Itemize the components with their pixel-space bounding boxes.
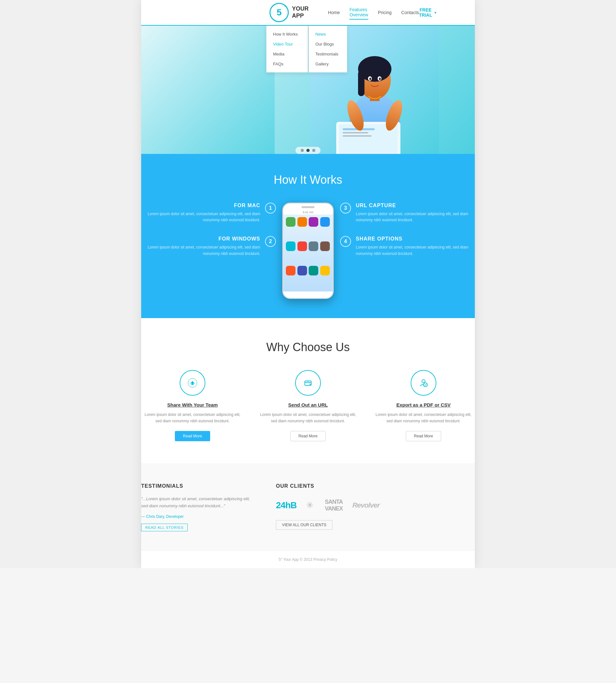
app-icon-12 bbox=[320, 266, 330, 275]
why-cards-container: Share With Your Team Lorem ipsum dolor s… bbox=[141, 370, 475, 441]
dd-gallery[interactable]: Gallery bbox=[309, 59, 347, 69]
dropdown-right-panel: News Our Blogs Testimonials Gallery bbox=[309, 26, 347, 72]
dropdown-menu: How It Works Video Tour Media FAQs News … bbox=[266, 26, 347, 72]
why-card-export-title[interactable]: Export as a PDF or CSV bbox=[396, 402, 450, 408]
svg-rect-14 bbox=[343, 135, 372, 137]
testimonials-panel: TESTIMONIALS "...Lorem ipsum dolor sit a… bbox=[141, 483, 250, 531]
svg-point-9 bbox=[379, 77, 381, 80]
how-step-2: 2 FOR WINDOWS Lorem ipsum dolor sit amet… bbox=[141, 236, 276, 256]
read-more-export-button[interactable]: Read More bbox=[406, 431, 441, 441]
bottom-inner: TESTIMONIALS "...Lorem ipsum dolor sit a… bbox=[141, 483, 475, 531]
testimonial-author: — Chris Dary, Developer bbox=[141, 514, 250, 519]
why-card-url: Send Out an URL Lorem ipsum dolor sit am… bbox=[257, 370, 359, 441]
client-logo-revolver: Revolver bbox=[352, 501, 379, 509]
step-number-4: 4 bbox=[340, 236, 351, 247]
client-logos-row: 24hB ✳ SANTAVANEX Revolver bbox=[276, 499, 475, 512]
app-icon-2 bbox=[298, 217, 307, 227]
step-content-2: FOR WINDOWS Lorem ipsum dolor sit amet, … bbox=[141, 236, 260, 256]
why-choose-section: Why Choose Us Share With Your Team Lorem… bbox=[141, 318, 475, 464]
phone-mockup: 9:41 AM bbox=[282, 203, 334, 299]
step-number-2: 2 bbox=[265, 236, 276, 247]
testimonials-heading: TESTIMONIALS bbox=[141, 483, 250, 489]
step-text-1: Lorem ipsum dolor sit amet, consectetuer… bbox=[141, 211, 260, 223]
why-card-url-title[interactable]: Send Out an URL bbox=[288, 402, 328, 408]
read-more-url-button[interactable]: Read More bbox=[290, 431, 325, 441]
how-it-works-content: 1 FOR MAC Lorem ipsum dolor sit amet, co… bbox=[141, 203, 475, 299]
clients-panel: OUR CLIENTS 24hB ✳ SANTAVANEX Revolver V… bbox=[276, 483, 475, 531]
step-text-4: Lorem ipsum dolor sit amet, consectetuer… bbox=[356, 244, 475, 256]
footer: 5" Your App © 2013 Privacy Policy bbox=[141, 551, 475, 568]
how-step-3: 3 URL CAPTURE Lorem ipsum dolor sit amet… bbox=[340, 203, 475, 223]
app-icon-6 bbox=[298, 242, 307, 251]
main-nav: Home Features Overview Pricing Contacts bbox=[328, 5, 419, 20]
app-icon-8 bbox=[320, 242, 330, 251]
why-card-share-title[interactable]: Share With Your Team bbox=[167, 402, 218, 408]
step-content-3: URL CAPTURE Lorem ipsum dolor sit amet, … bbox=[356, 203, 475, 223]
svg-point-8 bbox=[369, 77, 371, 80]
carousel-dots bbox=[295, 147, 321, 154]
app-icon-1 bbox=[286, 217, 295, 227]
step-content-4: SHARE OPTIONS Lorem ipsum dolor sit amet… bbox=[356, 236, 475, 256]
sunburst-icon: ✳ bbox=[306, 500, 313, 510]
step-number-3: 3 bbox=[340, 203, 351, 213]
app-icon-7 bbox=[309, 242, 318, 251]
step-title-4: SHARE OPTIONS bbox=[356, 236, 475, 242]
client-logo-santavanex: SANTAVANEX bbox=[325, 499, 343, 512]
client-logo-24hb: 24hB bbox=[276, 500, 296, 510]
view-all-clients-button[interactable]: VIEW ALL OUR CLIENTS bbox=[276, 520, 332, 530]
step-number-1: 1 bbox=[265, 203, 276, 213]
dd-news[interactable]: News bbox=[309, 29, 347, 39]
step-text-3: Lorem ipsum dolor sit amet, consectetuer… bbox=[356, 211, 475, 223]
app-icon-4 bbox=[320, 217, 330, 227]
app-icon-9 bbox=[286, 266, 295, 275]
how-it-works-title: How It Works bbox=[141, 173, 475, 187]
logo-text: YOUR APP bbox=[292, 5, 309, 19]
dd-testimonials[interactable]: Testimonials bbox=[309, 49, 347, 59]
phone-mockup-container: 9:41 AM bbox=[276, 203, 340, 299]
how-left-steps: 1 FOR MAC Lorem ipsum dolor sit amet, co… bbox=[141, 203, 276, 257]
nav-features[interactable]: Features Overview bbox=[349, 5, 368, 20]
app-icon-5 bbox=[286, 242, 295, 251]
why-card-export: Export as a PDF or CSV Lorem ipsum dolor… bbox=[372, 370, 475, 441]
how-step-1: 1 FOR MAC Lorem ipsum dolor sit amet, co… bbox=[141, 203, 276, 223]
why-card-url-text: Lorem ipsum dolor sit amet, consectetuer… bbox=[257, 411, 359, 425]
how-right-steps: 3 URL CAPTURE Lorem ipsum dolor sit amet… bbox=[340, 203, 475, 257]
nav-contacts[interactable]: Contacts bbox=[401, 8, 419, 17]
carousel-dot-3[interactable] bbox=[312, 149, 315, 152]
nav-pricing[interactable]: Pricing bbox=[378, 8, 392, 17]
why-card-share: Share With Your Team Lorem ipsum dolor s… bbox=[141, 370, 244, 441]
dd-media[interactable]: Media bbox=[267, 49, 308, 59]
how-it-works-section: How It Works 1 FOR MAC Lorem ipsum dolor… bbox=[141, 154, 475, 318]
testimonial-role: Developer bbox=[166, 514, 184, 519]
free-trial-button[interactable]: FREE TRIAL bbox=[419, 7, 437, 18]
logo-number: 5 bbox=[277, 7, 282, 18]
why-card-export-text: Lorem ipsum dolor sit amet, consectetuer… bbox=[372, 411, 475, 425]
svg-rect-5 bbox=[358, 71, 365, 96]
read-more-share-button[interactable]: Read More bbox=[175, 431, 210, 441]
carousel-dot-2[interactable] bbox=[306, 149, 310, 152]
dropdown-left-panel: How It Works Video Tour Media FAQs bbox=[266, 26, 308, 72]
dd-how-it-works[interactable]: How It Works bbox=[267, 29, 308, 39]
step-content-1: FOR MAC Lorem ipsum dolor sit amet, cons… bbox=[141, 203, 260, 223]
dd-faqs[interactable]: FAQs bbox=[267, 59, 308, 69]
why-card-share-text: Lorem ipsum dolor sit amet, consectetuer… bbox=[141, 411, 244, 425]
link-icon bbox=[303, 378, 313, 388]
share-icon bbox=[188, 378, 198, 388]
logo[interactable]: 5 " YOUR APP bbox=[269, 3, 309, 22]
testimonial-quote: "...Lorem ipsum dolor sit amet, consecte… bbox=[141, 495, 250, 509]
header: 5 " YOUR APP Home Features Overview Pric… bbox=[141, 0, 475, 26]
logo-quote: " bbox=[284, 4, 286, 9]
step-text-2: Lorem ipsum dolor sit amet, consectetuer… bbox=[141, 244, 260, 256]
clients-heading: OUR CLIENTS bbox=[276, 483, 475, 489]
dd-our-blogs[interactable]: Our Blogs bbox=[309, 39, 347, 49]
how-step-4: 4 SHARE OPTIONS Lorem ipsum dolor sit am… bbox=[340, 236, 475, 256]
svg-point-20 bbox=[422, 380, 425, 383]
nav-home[interactable]: Home bbox=[328, 8, 340, 17]
read-all-stories-button[interactable]: READ ALL STORIES bbox=[141, 524, 188, 531]
carousel-dot-1[interactable] bbox=[301, 149, 304, 152]
dd-video-tour[interactable]: Video Tour bbox=[267, 39, 308, 49]
footer-text: 5" Your App © 2013 Privacy Policy bbox=[279, 557, 337, 562]
app-icon-11 bbox=[309, 266, 318, 275]
person-icon bbox=[418, 378, 428, 388]
step-title-3: URL CAPTURE bbox=[356, 203, 475, 208]
